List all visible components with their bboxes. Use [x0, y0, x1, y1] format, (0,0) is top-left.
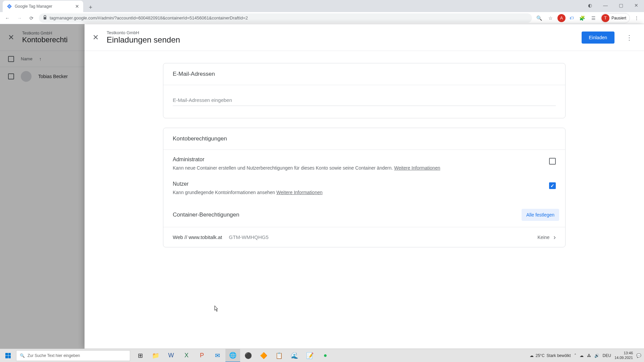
window-close-button[interactable]: ✕ — [629, 0, 644, 11]
profile-status: Pausiert — [611, 16, 626, 20]
language-indicator[interactable]: DEU — [603, 353, 611, 358]
panel-account-name: Testkonto GmbH — [107, 30, 574, 35]
word-icon[interactable]: W — [164, 349, 178, 362]
profile-avatar: T — [601, 14, 609, 22]
perm-admin-desc: Kann neue Container erstellen und Nutzer… — [173, 165, 541, 172]
menu-icon[interactable]: ⋮ — [632, 13, 641, 23]
onedrive-icon[interactable]: ☁ — [580, 353, 584, 358]
incognito-icon[interactable]: ◐ — [582, 0, 598, 11]
more-options-icon[interactable]: ⋮ — [623, 31, 636, 44]
invite-panel: ✕ Testkonto GmbH Einladungen senden Einl… — [85, 24, 644, 349]
excel-icon[interactable]: X — [179, 349, 194, 362]
perm-admin-desc-text: Kann neue Container erstellen und Nutzer… — [173, 165, 394, 171]
browser-tab[interactable]: Google Tag Manager ✕ — [3, 1, 83, 12]
user-checkbox[interactable] — [549, 182, 556, 189]
new-tab-button[interactable]: + — [86, 3, 95, 12]
lock-icon — [43, 15, 47, 21]
panel-close-icon[interactable]: ✕ — [93, 33, 99, 42]
search-icon: 🔍 — [20, 353, 25, 358]
mail-icon[interactable]: ✉ — [210, 349, 225, 362]
address-bar[interactable]: tagmanager.google.com/#/admin/?accountId… — [39, 13, 532, 23]
perm-row-user: Nutzer Kann grundlegende Kontoinformatio… — [163, 178, 565, 203]
weather-widget[interactable]: ☁ 25°C Stark bewölkt — [530, 353, 571, 358]
reload-button[interactable]: ⟳ — [27, 13, 36, 23]
perm-row-admin: Administrator Kann neue Container erstel… — [163, 150, 565, 178]
tab-strip: Google Tag Manager ✕ + ◐ — ▢ ✕ — [0, 0, 644, 12]
tab-close-icon[interactable]: ✕ — [75, 4, 79, 9]
weather-text: Stark bewölkt — [547, 353, 571, 358]
start-button[interactable] — [0, 349, 16, 362]
perms-section-title: Kontoberechtigungen — [163, 128, 565, 150]
minimize-button[interactable]: — — [598, 0, 613, 11]
page-content: ✕ Testkonto GmbH Kontoberechti Name ↑ To… — [0, 24, 644, 349]
notepad-icon[interactable]: 📝 — [303, 349, 317, 362]
forward-button[interactable]: → — [15, 13, 24, 23]
taskbar-search-placeholder: Zur Suche Text hier eingeben — [28, 353, 80, 358]
perm-user-desc-text: Kann grundlegende Kontoinformationen ans… — [173, 190, 276, 195]
panel-body: E-Mail-Adressen Kontoberechtigungen Admi… — [85, 51, 644, 349]
notification-icon[interactable]: 💬 — [636, 353, 641, 358]
perm-admin-link[interactable]: Weitere Informationen — [394, 165, 440, 171]
container-name: Web // www.tobitalk.at — [173, 234, 222, 240]
svg-rect-2 — [44, 17, 46, 19]
chevron-right-icon: › — [553, 233, 556, 241]
profile-chip[interactable]: T Pausiert — [600, 13, 630, 23]
container-section-title: Container-Berechtigungen — [173, 212, 239, 218]
app-icon-1[interactable]: 🔶 — [256, 349, 271, 362]
perm-user-title: Nutzer — [173, 181, 541, 187]
extension-tag-icon[interactable]: 🏷 — [568, 14, 576, 22]
taskbar: 🔍 Zur Suche Text hier eingeben ⊞ 📁 W X P… — [0, 349, 644, 362]
window-controls: ◐ — ▢ ✕ — [582, 0, 644, 11]
volume-icon[interactable]: 🔊 — [594, 353, 599, 358]
set-all-button[interactable]: Alle festlegen — [522, 209, 559, 221]
extensions-icon[interactable]: 🧩 — [578, 13, 587, 23]
powerpoint-icon[interactable]: P — [195, 349, 209, 362]
system-tray: ☁ 25°C Stark bewölkt ˄ ☁ 🖧 🔊 DEU 13:46 1… — [530, 351, 644, 360]
app-icon-2[interactable]: 📋 — [272, 349, 286, 362]
container-id: GTM-WMHQHG5 — [229, 234, 268, 240]
taskbar-search[interactable]: 🔍 Zur Suche Text hier eingeben — [16, 350, 130, 361]
tab-favicon — [7, 4, 12, 9]
bookmark-icon[interactable]: ☆ — [546, 13, 555, 23]
browser-chrome: Google Tag Manager ✕ + ◐ — ▢ ✕ ← → ⟳ tag… — [0, 0, 644, 24]
weather-icon: ☁ — [530, 353, 534, 358]
url-text: tagmanager.google.com/#/admin/?accountId… — [50, 15, 248, 20]
container-permission-label: Keine — [538, 235, 550, 240]
invite-button[interactable]: Einladen — [582, 32, 615, 44]
toolbar-right: 🔍 ☆ A 🏷 🧩 ☰ T Pausiert ⋮ — [535, 13, 641, 23]
reading-list-icon[interactable]: ☰ — [589, 13, 598, 23]
spotify-icon[interactable]: ● — [318, 349, 333, 362]
email-card: E-Mail-Adressen — [163, 63, 566, 118]
perm-user-desc: Kann grundlegende Kontoinformationen ans… — [173, 189, 541, 196]
email-section-title: E-Mail-Adressen — [163, 63, 565, 85]
panel-title: Einladungen senden — [107, 35, 574, 45]
network-icon[interactable]: 🖧 — [587, 353, 591, 358]
edge-icon[interactable]: 🌊 — [287, 349, 302, 362]
perm-user-link[interactable]: Weitere Informationen — [276, 190, 322, 195]
perm-admin-title: Administrator — [173, 157, 541, 163]
extension-abp-icon[interactable]: A — [557, 14, 566, 22]
admin-checkbox[interactable] — [549, 158, 556, 165]
container-perms-header: Container-Berechtigungen Alle festlegen — [163, 203, 565, 227]
windows-logo-icon — [5, 353, 11, 358]
permissions-card: Kontoberechtigungen Administrator Kann n… — [163, 128, 566, 247]
maximize-button[interactable]: ▢ — [613, 0, 629, 11]
tab-title: Google Tag Manager — [15, 4, 52, 9]
panel-header: ✕ Testkonto GmbH Einladungen senden Einl… — [85, 24, 644, 51]
email-input[interactable] — [173, 95, 556, 106]
browser-toolbar: ← → ⟳ tagmanager.google.com/#/admin/?acc… — [0, 12, 644, 24]
tray-chevron-icon[interactable]: ˄ — [574, 353, 576, 358]
back-button[interactable]: ← — [3, 13, 12, 23]
clock-time: 13:46 — [624, 351, 633, 355]
weather-temp: 25°C — [536, 353, 545, 358]
chrome-icon[interactable]: 🌐 — [225, 349, 240, 362]
zoom-icon[interactable]: 🔍 — [535, 13, 544, 23]
file-explorer-icon[interactable]: 📁 — [148, 349, 163, 362]
clock[interactable]: 13:46 14.09.2021 — [614, 351, 633, 360]
clock-date: 14.09.2021 — [614, 356, 633, 360]
taskbar-apps: ⊞ 📁 W X P ✉ 🌐 ⚫ 🔶 📋 🌊 📝 ● — [133, 349, 333, 362]
task-view-icon[interactable]: ⊞ — [133, 349, 148, 362]
container-row[interactable]: Web // www.tobitalk.at GTM-WMHQHG5 Keine… — [163, 227, 565, 247]
obs-icon[interactable]: ⚫ — [241, 349, 256, 362]
